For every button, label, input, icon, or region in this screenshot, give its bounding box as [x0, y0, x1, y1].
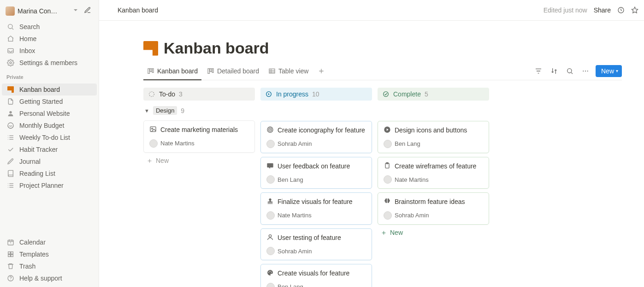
- new-button[interactable]: New ▾: [596, 65, 622, 77]
- settings-icon: [6, 59, 15, 66]
- views-tabbar: Kanban boardDetailed boardTable view New…: [143, 64, 622, 80]
- svg-marker-26: [632, 7, 638, 13]
- inbox-icon: [6, 47, 15, 54]
- sidebar-item-personal-website[interactable]: Personal Website: [2, 108, 97, 120]
- doc-icon: [6, 98, 15, 105]
- sidebar-item-weekly-to-do-list[interactable]: Weekly To-do List: [2, 132, 97, 144]
- kanban-card[interactable]: Design icons and buttons Ben Lang: [378, 121, 489, 153]
- workspace-switcher[interactable]: Marina Con…: [2, 3, 97, 19]
- more-icon[interactable]: [580, 66, 591, 77]
- group-header[interactable]: ▼ Design 9: [143, 102, 185, 117]
- add-view-button[interactable]: [314, 64, 329, 80]
- play-icon: [384, 126, 391, 136]
- search-icon[interactable]: [564, 66, 575, 77]
- sidebar-item-trash[interactable]: Trash: [2, 260, 97, 272]
- sidebar-item-templates[interactable]: Templates: [2, 248, 97, 260]
- kanban-card[interactable]: Create marketing materials Nate Martins: [143, 120, 255, 153]
- sidebar-item-project-planner[interactable]: Project Planner: [2, 179, 97, 191]
- view-tab-detailed-board[interactable]: Detailed board: [203, 64, 263, 80]
- assignee-name: Sohrab Amin: [395, 212, 429, 219]
- svg-point-48: [271, 271, 272, 272]
- sidebar-item-search[interactable]: Search: [2, 21, 97, 33]
- sidebar-item-settings-members[interactable]: Settings & members: [2, 57, 97, 69]
- table-icon: [268, 67, 276, 75]
- kanban-card[interactable]: Brainstorm feature ideas Sohrab Amin: [378, 192, 489, 225]
- sidebar-item-home[interactable]: Home: [2, 33, 97, 45]
- search-icon: [6, 23, 15, 30]
- svg-point-49: [271, 272, 272, 273]
- card-title: User feedback on feature: [278, 162, 350, 171]
- breadcrumb-label: Kanban board: [118, 6, 158, 14]
- sidebar-item-label: Templates: [19, 251, 49, 258]
- sidebar-item-calendar[interactable]: 4Calendar: [2, 236, 97, 248]
- sidebar-item-kanban-board[interactable]: Kanban board: [2, 84, 97, 96]
- kanban-card[interactable]: User testing of feature Sohrab Amin: [260, 228, 372, 261]
- sidebar-item-reading-list[interactable]: Reading List: [2, 167, 97, 179]
- column-count: 10: [312, 90, 319, 98]
- view-tab-label: Kanban board: [157, 67, 198, 75]
- sort-icon[interactable]: [549, 66, 560, 77]
- sidebar-item-label: Trash: [19, 263, 35, 270]
- breadcrumb[interactable]: Kanban board: [105, 5, 160, 16]
- page-content: Kanban board Kanban boardDetailed boardT…: [99, 21, 644, 287]
- column-new-todo[interactable]: ＋ New: [143, 153, 255, 169]
- assignee-avatar: [266, 283, 275, 287]
- new-card-label: New: [156, 157, 169, 164]
- svg-rect-31: [210, 69, 212, 72]
- assignee-name: Ben Lang: [278, 176, 303, 183]
- column-new-complete[interactable]: ＋ New: [378, 225, 489, 241]
- column-header-complete[interactable]: Complete 5: [378, 88, 489, 101]
- assignee-name: Sohrab Amin: [278, 248, 312, 255]
- svg-point-0: [8, 24, 12, 29]
- kanban-card[interactable]: User feedback on feature Ben Lang: [260, 157, 372, 189]
- plus-icon: ＋: [146, 156, 153, 165]
- filter-icon[interactable]: [533, 66, 544, 77]
- card-title: Brainstorm feature ideas: [395, 197, 465, 206]
- sidebar-item-label: Getting Started: [19, 98, 63, 105]
- sidebar-item-label: Weekly To-do List: [19, 134, 70, 141]
- svg-rect-22: [11, 255, 13, 257]
- kanban-card[interactable]: Create iconography for feature Sohrab Am…: [260, 121, 372, 153]
- kanban-card[interactable]: Create wireframes of feature Nate Martin…: [378, 157, 489, 189]
- kanban-card[interactable]: Create visuals for feature Ben Lang: [260, 264, 372, 287]
- sidebar-item-journal[interactable]: Journal: [2, 155, 97, 167]
- view-tab-table-view[interactable]: Table view: [265, 64, 312, 80]
- share-button[interactable]: Share: [594, 6, 611, 14]
- sidebar-item-label: Habit Tracker: [19, 146, 58, 153]
- page-title[interactable]: Kanban board: [164, 39, 269, 57]
- caret-down-icon[interactable]: ▼: [144, 108, 149, 114]
- sidebar-item-habit-tracker[interactable]: Habit Tracker: [2, 144, 97, 155]
- card-title: Create iconography for feature: [278, 126, 365, 135]
- calendar-icon: 4: [6, 239, 15, 246]
- stamp-icon: [266, 197, 274, 208]
- sidebar-item-getting-started[interactable]: Getting Started: [2, 96, 97, 108]
- view-tab-kanban-board[interactable]: Kanban board: [143, 64, 201, 80]
- new-page-icon[interactable]: [82, 5, 93, 17]
- column-title: In progress: [276, 90, 308, 98]
- sidebar-item-inbox[interactable]: Inbox: [2, 45, 97, 57]
- page-icon[interactable]: [143, 41, 158, 56]
- assignee-name: Sohrab Amin: [278, 140, 312, 147]
- svg-point-2: [10, 62, 12, 64]
- column-header-in-progress[interactable]: In progress 10: [260, 88, 372, 101]
- column-title: Complete: [393, 90, 421, 98]
- svg-point-44: [270, 129, 270, 130]
- svg-point-37: [587, 70, 588, 71]
- assignee-avatar: [266, 175, 275, 184]
- group-label: Design: [153, 106, 177, 115]
- star-icon[interactable]: [631, 6, 638, 14]
- palette-icon: [266, 269, 274, 279]
- assignee-avatar: [266, 247, 275, 255]
- assignee-avatar: [384, 211, 392, 220]
- clock-icon[interactable]: [617, 6, 625, 14]
- sidebar-item-label: Home: [19, 35, 36, 42]
- sidebar-item-help-support[interactable]: Help & support: [2, 272, 97, 284]
- sidebar-item-monthly-budget[interactable]: Monthly Budget: [2, 120, 97, 132]
- kanban-card[interactable]: Finalize visuals for feature Nate Martin…: [260, 192, 372, 225]
- main-area: Kanban board Edited just now Share Kanba…: [99, 0, 644, 287]
- play-circle-icon: [265, 90, 272, 98]
- column-header-todo[interactable]: To-do 3: [143, 88, 255, 101]
- book-icon: [6, 170, 15, 177]
- assignee-avatar: [266, 211, 275, 220]
- image-icon: [149, 126, 157, 136]
